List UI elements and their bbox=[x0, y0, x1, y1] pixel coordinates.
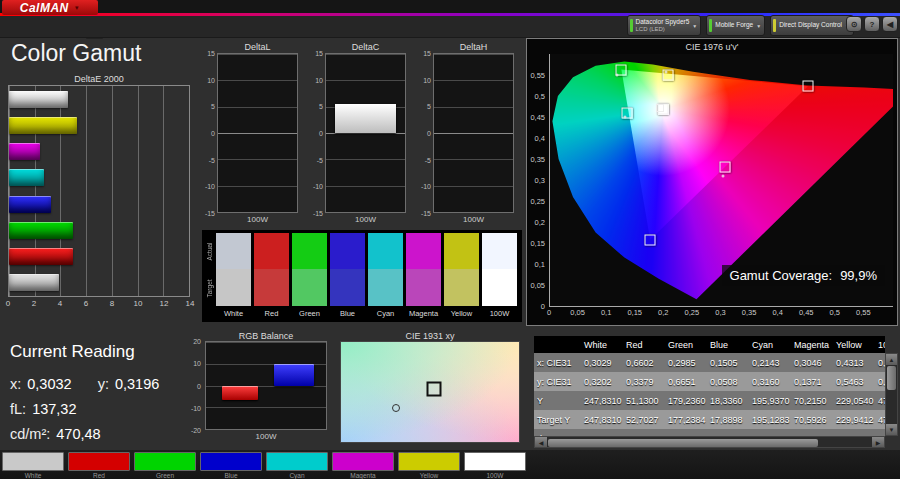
swatch-actual bbox=[254, 233, 289, 269]
app-logo-menu[interactable]: CalMAN ▼ bbox=[2, 0, 98, 15]
test-pattern-list: WhiteRedGreenBlueCyanMagentaYellow100W bbox=[2, 452, 526, 479]
delta-y-tick: 0 bbox=[319, 130, 323, 137]
delta-y-tick: -5 bbox=[209, 156, 215, 163]
zero-line bbox=[434, 133, 513, 134]
delta-chart-deltal: DeltaL151050-5-10-15100W bbox=[199, 42, 298, 228]
rgb-y-tick: 0 bbox=[197, 382, 201, 389]
cie1976-panel: CIE 1976 u'v' 0,550,50,450,40,350,30,250… bbox=[526, 38, 898, 326]
swatch-actual bbox=[330, 233, 365, 269]
delta-y-tick: -15 bbox=[421, 210, 431, 217]
vertical-scroll-thumb[interactable] bbox=[887, 366, 896, 390]
swatch-target bbox=[292, 269, 327, 306]
cie1976-y-axis: 0,550,50,450,40,350,30,250,20,150,10,050 bbox=[527, 54, 547, 306]
collapse-button[interactable]: ◀ bbox=[882, 16, 898, 32]
cie1976-y-tick: 0 bbox=[541, 302, 545, 311]
deltae-x-tick: 12 bbox=[160, 299, 169, 308]
pattern-swatch bbox=[2, 452, 64, 471]
swatch-label: Blue bbox=[330, 309, 365, 318]
table-row-y: Y247,831051,1300179,236018,3360195,93707… bbox=[534, 391, 885, 410]
scroll-down-icon[interactable]: ▼ bbox=[886, 424, 897, 435]
reading-y-label: y: bbox=[98, 376, 109, 392]
meter-status-light bbox=[630, 19, 633, 32]
titlebar-buttons: ⊙?◀ bbox=[846, 16, 898, 32]
cie1976-x-tick: 0,1 bbox=[601, 308, 611, 317]
table-column-header: 100W bbox=[876, 340, 885, 350]
delta-chart-title: DeltaC bbox=[325, 42, 406, 53]
meter-label: Direct Display Control bbox=[779, 22, 842, 29]
cie-marker-blue-target bbox=[645, 234, 656, 245]
pattern-button-cyan[interactable]: Cyan bbox=[266, 452, 328, 479]
cie1976-x-tick: 0 bbox=[547, 308, 551, 317]
cie1931-title: CIE 1931 xy bbox=[340, 331, 520, 341]
delta-y-tick: -10 bbox=[313, 183, 323, 190]
swatch-label: Yellow bbox=[444, 309, 479, 318]
settings-button[interactable]: ⊙ bbox=[846, 16, 862, 32]
delta-chart-body: 151050-5-10-15 bbox=[199, 53, 298, 213]
table-vertical-scrollbar[interactable]: ▲ ▼ bbox=[885, 353, 898, 436]
deltae-bar-row-green bbox=[9, 222, 189, 239]
cie1976-y-tick: 0,3 bbox=[535, 176, 545, 185]
pattern-button-red[interactable]: Red bbox=[68, 452, 130, 479]
swatch-column-cyan: Cyan bbox=[368, 233, 403, 318]
pattern-button-100w[interactable]: 100W bbox=[464, 452, 526, 479]
deltae-x-tick: 10 bbox=[134, 299, 143, 308]
swatch-label: White bbox=[216, 309, 251, 318]
pattern-button-blue[interactable]: Blue bbox=[200, 452, 262, 479]
pattern-button-green[interactable]: Green bbox=[134, 452, 196, 479]
deltae-bar-row-red bbox=[9, 248, 189, 265]
swatch-label: Cyan bbox=[368, 309, 403, 318]
delta-y-axis: 151050-5-10-15 bbox=[415, 53, 433, 213]
horizontal-scroll-thumb[interactable] bbox=[548, 439, 818, 447]
delta-x-label: 100W bbox=[217, 213, 298, 227]
table-cell: 0,3160 bbox=[750, 377, 792, 387]
table-cell: 229,0540 bbox=[834, 396, 876, 406]
table-row-target-y: Target Y247,831052,7027177,238417,889819… bbox=[534, 410, 885, 429]
chevron-down-icon: ▼ bbox=[756, 23, 761, 29]
pattern-swatch bbox=[398, 452, 460, 471]
deltae-bar-row-100w bbox=[9, 91, 189, 108]
meter-button-1[interactable]: Datacolor Spyder5LCD (LED)▼ bbox=[627, 15, 702, 36]
table-row-y-cie31: y: CIE310,32020,33790,66510,05080,31600,… bbox=[534, 372, 885, 391]
gamut-coverage-readout: Gamut Coverage: 99,9% bbox=[722, 265, 885, 286]
scroll-right-icon[interactable]: ▶ bbox=[872, 437, 884, 447]
cie1976-x-tick: 0,25 bbox=[685, 308, 700, 317]
meter-label: Datacolor Spyder5LCD (LED) bbox=[636, 19, 690, 32]
table-cell: 0,2985 bbox=[666, 358, 708, 368]
pattern-button-magenta[interactable]: Magenta bbox=[332, 452, 394, 479]
meter-name: Mobile Forge bbox=[715, 22, 753, 29]
cie1976-plot: Gamut Coverage: 99,9% bbox=[549, 54, 893, 307]
pattern-button-yellow[interactable]: Yellow bbox=[398, 452, 460, 479]
meter-button-2[interactable]: Mobile Forge▼ bbox=[706, 15, 765, 36]
table-cell: 0,3379 bbox=[624, 377, 666, 387]
cie1976-x-tick: 0,45 bbox=[799, 308, 814, 317]
help-button[interactable]: ? bbox=[864, 16, 880, 32]
cie1976-x-tick: 0,2 bbox=[658, 308, 668, 317]
pattern-button-white[interactable]: White bbox=[2, 452, 64, 479]
deltae-bar-magenta bbox=[9, 143, 40, 160]
reading-y: y: 0,3196 bbox=[98, 376, 160, 392]
table-row-label: Y bbox=[534, 396, 582, 406]
table-cell: 195,9370 bbox=[750, 396, 792, 406]
delta-charts: DeltaL151050-5-10-15100WDeltaC151050-5-1… bbox=[199, 42, 514, 228]
chevron-down-icon: ▼ bbox=[692, 23, 697, 29]
zero-line bbox=[326, 133, 405, 134]
scroll-left-icon[interactable]: ◀ bbox=[535, 437, 547, 447]
delta-y-tick: -10 bbox=[421, 183, 431, 190]
meter-button-3[interactable]: Direct Display Control▼ bbox=[770, 15, 854, 36]
swatch-column-magenta: Magenta bbox=[406, 233, 441, 318]
cie1976-y-tick: 0,25 bbox=[530, 197, 545, 206]
pattern-label: Blue bbox=[200, 472, 262, 479]
delta-y-tick: -15 bbox=[313, 210, 323, 217]
scroll-up-icon[interactable]: ▲ bbox=[886, 354, 897, 365]
delta-y-tick: 15 bbox=[423, 50, 431, 57]
rgb-balance-title: RGB Balance bbox=[205, 331, 327, 341]
meter-sublabel: LCD (LED) bbox=[636, 26, 690, 32]
table-cell: 195,1283 bbox=[750, 415, 792, 425]
cie1976-y-tick: 0,4 bbox=[535, 134, 545, 143]
deltae-bar-row-blue bbox=[9, 196, 189, 213]
delta-chart-deltac: DeltaC151050-5-10-15100W bbox=[307, 42, 406, 228]
delta-y-tick: 5 bbox=[427, 103, 431, 110]
table-horizontal-scrollbar[interactable]: ◀ ▶ bbox=[534, 436, 885, 448]
table-column-header: Green bbox=[666, 340, 708, 350]
table-cell: 47 bbox=[876, 396, 885, 406]
